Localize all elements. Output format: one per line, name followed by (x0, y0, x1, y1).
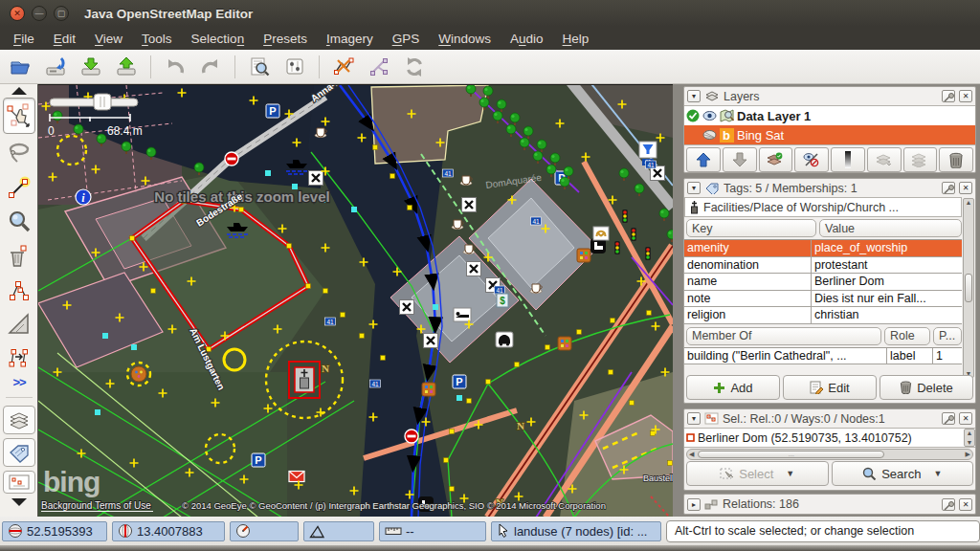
pin-panel-icon[interactable] (942, 412, 955, 425)
collapse-toolbar-down-button[interactable] (3, 497, 35, 507)
way-node-marker[interactable] (306, 284, 311, 289)
scroll-thumb[interactable] (965, 274, 972, 302)
way-node-marker[interactable] (323, 289, 328, 294)
pin-panel-icon[interactable] (942, 90, 955, 102)
search-button[interactable] (245, 53, 274, 81)
way-node-marker[interactable] (390, 174, 395, 179)
maximize-window-icon[interactable]: ▢ (54, 6, 69, 21)
expand-panel-button[interactable]: ▸ (687, 498, 701, 511)
parking-map-icon[interactable] (252, 453, 265, 467)
zoom-slider-thumb[interactable] (94, 94, 111, 110)
layer-move-up-button[interactable] (686, 147, 721, 172)
pin-panel-icon[interactable] (942, 182, 955, 194)
pretzel-map-icon[interactable] (593, 227, 609, 240)
scroll-left-icon[interactable]: ◀ (689, 451, 694, 458)
cup-map-icon[interactable] (530, 284, 542, 294)
update-data-button[interactable] (400, 53, 429, 81)
tlight-map-icon[interactable] (614, 241, 620, 254)
way-node-marker[interactable] (546, 345, 550, 350)
dropdown-arrow-icon[interactable]: ▼ (786, 469, 794, 478)
tlight-map-icon[interactable] (631, 228, 636, 241)
layer-visible-eye-icon[interactable] (702, 110, 717, 121)
layer-duplicate-button[interactable] (867, 147, 902, 172)
tlight-map-icon[interactable] (645, 247, 651, 260)
way-node-marker[interactable] (577, 330, 582, 335)
noentry-map-icon[interactable] (225, 152, 238, 165)
p41-map-icon[interactable] (370, 380, 381, 387)
collapse-panel-button[interactable]: ▾ (687, 412, 701, 425)
way-node-marker[interactable] (647, 311, 652, 316)
menu-help[interactable]: Help (553, 29, 599, 49)
highlighted-node-marker[interactable] (457, 395, 462, 401)
layer-visibility-button[interactable] (794, 147, 829, 172)
collapse-toolbar-up-button[interactable] (3, 86, 35, 96)
collapse-panel-button[interactable]: ▾ (687, 90, 701, 102)
key-column-header[interactable]: Key (686, 219, 816, 237)
layer-hidden-eye-icon[interactable] (702, 129, 717, 141)
menu-windows[interactable]: Windows (429, 29, 501, 49)
way-node-marker[interactable] (373, 145, 378, 150)
tag-row[interactable]: religionchristian (684, 307, 962, 324)
way-node-marker[interactable] (611, 319, 615, 323)
highlighted-node-marker[interactable] (265, 170, 271, 176)
position-header[interactable]: P... (933, 327, 962, 345)
layer-list-button[interactable] (903, 147, 938, 172)
edit-tag-button[interactable]: Edit (783, 375, 877, 400)
tags-scrollbar[interactable]: ▲ ▼ (963, 198, 974, 378)
tag-row[interactable]: noteDies ist nur ein Fall... (684, 291, 962, 308)
way-node-marker[interactable] (450, 430, 455, 434)
cup-map-icon[interactable] (315, 128, 326, 138)
p41-map-icon[interactable] (531, 217, 542, 225)
menu-presets[interactable]: Presets (254, 29, 317, 49)
tag-row[interactable]: amenityplace_of_worship (684, 240, 962, 257)
select-tool-button[interactable] (3, 98, 35, 134)
search-button[interactable]: Search▼ (832, 461, 974, 486)
layer-merge-button[interactable] (759, 147, 793, 172)
preset-row[interactable]: Facilities/Place of Worship/Church ... (684, 197, 962, 217)
selection-item[interactable]: Berliner Dom (52.5190735, 13.4010752) (684, 429, 975, 447)
restaurant-map-icon[interactable] (462, 198, 477, 212)
menu-tools[interactable]: Tools (132, 29, 182, 49)
highlighted-node-marker[interactable] (131, 344, 137, 350)
cup-map-icon[interactable] (460, 176, 472, 186)
close-panel-icon[interactable]: ✕ (959, 182, 972, 194)
menu-selection[interactable]: Selection (182, 29, 255, 49)
envelope-map-icon[interactable] (289, 472, 304, 482)
layer-row-bing[interactable]: b Bing Sat (684, 125, 975, 144)
layer-row-data[interactable]: Data Layer 1 (684, 106, 975, 125)
scroll-right-icon[interactable]: ▶ (966, 451, 970, 458)
layer-move-down-button[interactable] (723, 147, 757, 172)
p41-map-icon[interactable] (495, 286, 505, 294)
menu-view[interactable]: View (85, 29, 132, 49)
cup-map-icon[interactable] (463, 245, 475, 254)
selection-panel-toggle[interactable] (3, 471, 35, 494)
collapse-panel-button[interactable]: ▾ (687, 182, 701, 194)
restaurant-map-icon[interactable] (400, 300, 414, 315)
plaque-map-icon[interactable] (577, 249, 590, 262)
layer-opacity-button[interactable] (831, 147, 865, 172)
delete-tool-button[interactable] (3, 240, 35, 273)
atm-map-icon[interactable] (497, 294, 508, 307)
way-node-marker[interactable] (408, 206, 412, 210)
tlight-map-icon[interactable] (622, 209, 628, 223)
way-node-marker[interactable] (630, 401, 635, 406)
menu-imagery[interactable]: Imagery (317, 29, 383, 49)
download-button[interactable] (77, 53, 105, 81)
tag-row[interactable]: denominationprotestant (684, 257, 962, 275)
way-node-marker[interactable] (651, 431, 656, 436)
draw-node-tool-button[interactable] (3, 171, 35, 204)
map-canvas[interactable]: P i 41 41 $ (38, 84, 673, 517)
undo-button[interactable] (161, 53, 189, 81)
preferences-button[interactable] (280, 53, 309, 81)
info-map-icon[interactable] (76, 189, 91, 205)
close-panel-icon[interactable]: ✕ (959, 412, 972, 425)
way-node-marker[interactable] (486, 380, 491, 385)
way-node-marker[interactable] (287, 244, 292, 249)
close-panel-icon[interactable]: ✕ (959, 498, 972, 511)
select-button[interactable]: Select▼ (686, 461, 829, 486)
menu-edit[interactable]: Edit (44, 29, 85, 49)
selection-spinner[interactable]: ▲▼ (964, 429, 975, 447)
p41-map-icon[interactable] (325, 318, 336, 325)
way-node-marker[interactable] (130, 236, 135, 241)
parking-map-icon[interactable] (266, 104, 279, 118)
